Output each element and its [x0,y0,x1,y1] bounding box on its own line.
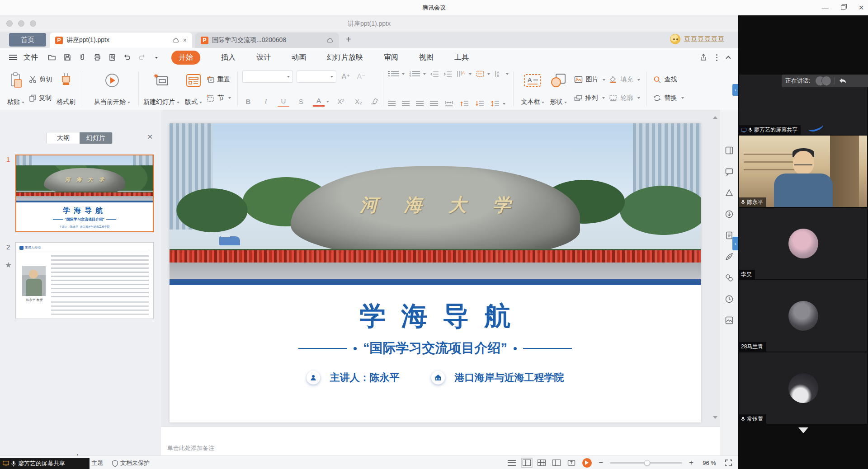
subscript-button[interactable]: X₂ [353,95,364,107]
tab-start[interactable]: 开始 [171,51,200,65]
open-folder-icon[interactable] [48,54,56,61]
underline-button[interactable]: U [278,96,289,107]
new-tab-button[interactable]: + [346,34,351,45]
close-icon[interactable]: × [858,5,864,11]
more-icon[interactable] [716,57,717,58]
content-placeholder-button[interactable] [476,70,490,77]
justify-icon[interactable] [430,101,438,107]
slideshow-play-button[interactable] [582,458,592,468]
cut-button[interactable]: 剪切 [29,73,52,86]
zoom-in-button[interactable]: + [689,458,693,467]
normal-view-icon[interactable] [523,460,531,466]
hamburger-icon[interactable] [9,55,17,60]
slides-tab[interactable]: 幻灯片 [80,132,112,144]
home-button[interactable]: 首页 [9,33,46,47]
ribbon-more-icon[interactable]: › [732,84,738,96]
redo-icon[interactable] [138,54,146,61]
save-icon[interactable] [64,54,71,61]
participant-tile[interactable]: 陈永平 [739,136,867,207]
tab-insert[interactable]: 插入 [221,53,236,62]
back-arrow-icon[interactable] [839,78,846,84]
paste-button[interactable]: 粘贴 [5,70,27,108]
scroll-down-icon[interactable] [713,416,717,421]
panel-close-icon[interactable]: ✕ [147,133,153,141]
print-preview-icon[interactable] [108,54,116,61]
menu-file[interactable]: 文件 [24,53,38,62]
restore-icon[interactable] [840,5,846,11]
numbered-list-button[interactable]: 123 [409,70,426,78]
history-pane-icon[interactable] [725,295,733,303]
align-center-icon[interactable] [402,101,410,107]
tab-slideshow[interactable]: 幻灯片放映 [327,53,363,62]
download-pane-icon[interactable] [725,210,733,218]
sorter-view-icon[interactable] [538,460,546,466]
decrease-indent-icon[interactable] [430,71,439,77]
superscript-button[interactable]: X² [335,95,347,107]
participant-tile[interactable]: 28马兰青 [739,280,867,352]
notes-view-icon[interactable] [508,460,516,466]
layout-caret-icon[interactable] [199,102,202,105]
picture-caret-icon[interactable] [603,79,605,82]
clip-icon[interactable] [79,54,86,61]
doc-tab-active[interactable]: P 讲座ppt(1).pptx × [50,33,192,48]
layout-button[interactable]: 版式 [182,70,205,108]
protection-status[interactable]: 文档未保护 [112,459,150,467]
align-text-button[interactable]: AB [495,70,509,77]
zoom-slider-handle[interactable] [644,460,650,466]
current-slide[interactable]: 河海大学 学海导航 “国际学习交流项目介绍” [170,123,701,422]
minimize-icon[interactable]: — [822,5,828,11]
theme-label[interactable]: 主题 [91,459,103,467]
copy-button[interactable]: 复制 [29,91,52,105]
arrange-caret-icon[interactable] [602,97,605,100]
share-icon[interactable] [700,54,707,61]
textbox-button[interactable]: A 文本框 [518,70,547,108]
scroll-up-icon[interactable] [713,114,717,119]
outline-tab[interactable]: 大纲 [47,132,80,144]
play-caret-icon[interactable] [127,102,130,105]
design-pane-icon[interactable] [725,189,733,197]
new-slide-caret-icon[interactable] [177,102,179,105]
canvas-scrollbar[interactable] [712,114,718,422]
bullet-list-button[interactable] [388,71,405,77]
account-area[interactable]: 豆豆豆豆豆豆 [670,34,725,44]
fill-button[interactable]: 填充 [609,73,640,86]
textbox-caret-icon[interactable] [542,102,544,105]
doc-tab-idle[interactable]: P 国际学习交流项...0200608 [195,33,339,48]
tab-view[interactable]: 视图 [419,53,434,62]
animation-pane-icon[interactable] [725,253,733,261]
tab-review[interactable]: 审阅 [384,53,398,62]
italic-button[interactable]: I [260,95,272,107]
replace-button[interactable]: 替换 [653,91,684,105]
decrease-spacing-icon[interactable] [475,100,484,107]
tab-design[interactable]: 设计 [256,53,271,62]
gallery-pane-icon[interactable] [725,316,733,324]
collapse-ribbon-icon[interactable] [726,56,731,61]
paste-caret-icon[interactable] [22,102,24,105]
bold-button[interactable]: B [242,95,254,107]
font-color-caret-icon[interactable] [326,101,329,104]
zoom-slider[interactable] [610,462,682,464]
outline-caret-icon[interactable] [637,97,640,100]
line-spacing-button[interactable] [491,100,505,107]
play-from-current-button[interactable]: 从当前开始 [88,70,137,108]
zoom-value[interactable]: 96 % [700,460,718,466]
picture-button[interactable]: 图片 [574,73,605,86]
undo-icon[interactable] [123,54,131,61]
shapes-caret-icon[interactable] [564,102,567,105]
print-icon[interactable] [94,54,101,61]
shapes-button[interactable]: 形状 [547,70,570,108]
notes-area[interactable]: 单击此处添加备注 [161,427,720,455]
increase-indent-icon[interactable] [443,71,452,77]
arrange-button[interactable]: 排列 [574,91,605,105]
increase-spacing-icon[interactable] [460,100,469,107]
outline-button[interactable]: 轮廓 [609,91,640,105]
strikethrough-button[interactable]: S [295,95,307,107]
tab-tools[interactable]: 工具 [454,53,469,62]
participant-tile[interactable]: 常钰萱 [739,352,867,424]
fill-caret-icon[interactable] [637,79,640,82]
section-caret-icon[interactable] [228,97,231,100]
slide-2-thumbnail[interactable]: 主讲人介绍 陈永平 教授 [15,242,154,319]
read-view-icon[interactable] [552,460,561,466]
font-color-button[interactable]: A [313,96,325,107]
slide-1-thumbnail[interactable]: 河海大学 学海导航 “国际学习交流项目介绍” 主讲人：陈永平 港口海岸与近海工程… [15,155,154,232]
